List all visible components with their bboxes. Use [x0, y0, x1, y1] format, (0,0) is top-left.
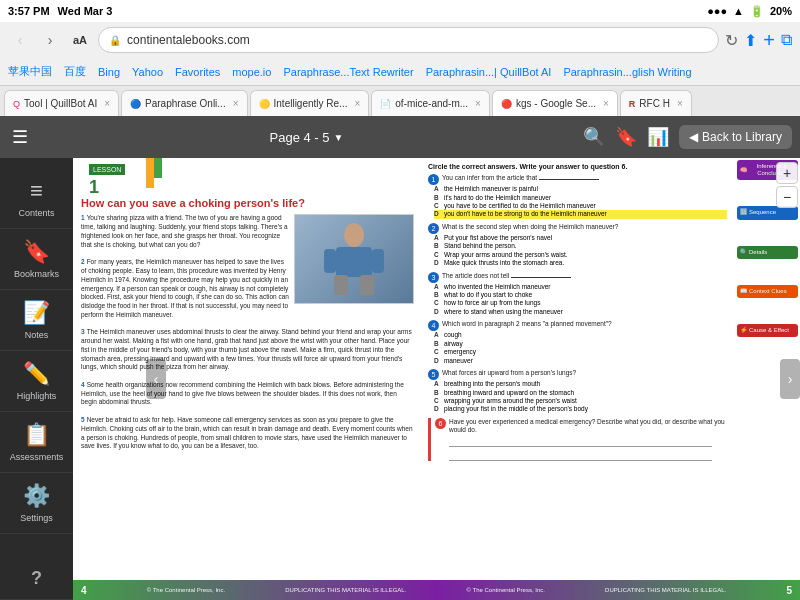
sidebar-item-assessments[interactable]: 📋 Assessments	[0, 412, 73, 473]
close-icon[interactable]: ×	[677, 98, 683, 109]
green-tab	[154, 158, 162, 178]
cause-icon: ⚡	[740, 327, 747, 334]
cat-spacer-2	[737, 222, 798, 244]
tabs-row: Q Tool | QuillBot AI × 🔵 Paraphrase Onli…	[0, 86, 800, 116]
svg-rect-1	[336, 247, 372, 277]
question-4: 4 Which word in paragraph 2 means "a pla…	[428, 320, 727, 365]
zoom-out-button[interactable]: −	[776, 186, 798, 208]
cause-label: Cause & Effect	[749, 327, 789, 334]
text-size-button[interactable]: aA	[68, 32, 92, 48]
q1-opt-a: Athe Heimlich maneuver is painful	[434, 185, 727, 193]
duplicating-left: DUPLICATING THIS MATERIAL IS ILLEGAL.	[285, 587, 406, 593]
sidebar-notes-label: Notes	[25, 330, 49, 340]
menu-button[interactable]: ☰	[8, 122, 32, 152]
q6-num: 6	[435, 418, 446, 429]
bookmark-writing[interactable]: Paraphrasin...glish Writing	[563, 66, 691, 78]
tab-quillbot[interactable]: Q Tool | QuillBot AI ×	[4, 90, 119, 116]
q6-answer-line-1	[449, 439, 712, 447]
q2-text: What is the second step when doing the H…	[442, 223, 618, 231]
sidebar-item-bookmarks[interactable]: 🔖 Bookmarks	[0, 229, 73, 290]
address-bar[interactable]: 🔒 continentalebooks.com	[98, 27, 719, 53]
question-5: 5 What forces air upward from a person's…	[428, 369, 727, 414]
next-page-button[interactable]: ›	[780, 359, 800, 399]
chart-icon[interactable]: 📊	[645, 124, 671, 150]
share-button[interactable]: ⬆	[744, 31, 757, 50]
sidebar-item-settings[interactable]: ⚙️ Settings	[0, 473, 73, 534]
sidebar-item-highlights[interactable]: ✏️ Highlights	[0, 351, 73, 412]
close-icon[interactable]: ×	[104, 98, 110, 109]
q3-num: 3	[428, 272, 439, 283]
bookmark-quillbot[interactable]: Paraphrasin...| QuillBot AI	[426, 66, 552, 78]
q4-opt-c: Cemergency	[434, 348, 727, 356]
bookmark-paraphrase[interactable]: Paraphrase...Text Rewriter	[283, 66, 413, 78]
copyright-right: © The Continental Press, Inc.	[467, 587, 545, 593]
close-icon[interactable]: ×	[354, 98, 360, 109]
close-icon[interactable]: ×	[475, 98, 481, 109]
chevron-down-icon[interactable]: ▼	[334, 132, 344, 143]
svg-rect-3	[372, 249, 384, 273]
close-icon[interactable]: ×	[233, 98, 239, 109]
q4-opt-a: Acough	[434, 331, 727, 339]
q4-opt-d: Dmaneuver	[434, 357, 727, 365]
sidebar-assessments-label: Assessments	[10, 452, 64, 462]
bookmark-mope[interactable]: mope.io	[232, 66, 271, 78]
forward-button[interactable]: ›	[38, 28, 62, 52]
sidebar-item-help[interactable]: ?	[0, 558, 73, 600]
tabs-button[interactable]: ⧉	[781, 31, 792, 49]
tab-rfc[interactable]: R RFC H ×	[620, 90, 692, 116]
bookmark-yahoo[interactable]: Yahoo	[132, 66, 163, 78]
battery-level: 20%	[770, 5, 792, 17]
page-num-right: 5	[786, 585, 792, 596]
reload-button[interactable]: ↻	[725, 31, 738, 50]
q1-opt-b: Bit's hard to do the Heimlich maneuver	[434, 194, 727, 202]
tab-kgs[interactable]: 🔴 kgs - Google Se... ×	[492, 90, 618, 116]
settings-icon: ⚙️	[23, 483, 50, 509]
contents-icon: ≡	[30, 178, 43, 204]
q3-opt-c: Chow to force air up from the lungs	[434, 299, 727, 307]
app-toolbar: ☰ Page 4 - 5 ▼ 🔍 🔖 📊 ◀ Back to Library	[0, 116, 800, 158]
browser-nav: ‹ › aA 🔒 continentalebooks.com ↻ ⬆ + ⧉	[0, 22, 800, 58]
prev-page-button[interactable]: ‹	[146, 359, 166, 399]
tab-paraphrase[interactable]: 🔵 Paraphrase Onli... ×	[121, 90, 247, 116]
q5-num: 5	[428, 369, 439, 380]
tab-intelligently[interactable]: 🟡 Intelligently Re... ×	[250, 90, 370, 116]
notes-icon: 📝	[23, 300, 50, 326]
back-button[interactable]: ‹	[8, 28, 32, 52]
bookmark-favorites[interactable]: Favorites	[175, 66, 220, 78]
bookmark-baidu[interactable]: 百度	[64, 64, 86, 79]
bookmark-icon[interactable]: 🔖	[613, 124, 639, 150]
zoom-in-button[interactable]: +	[776, 162, 798, 184]
q4-opt-b: Bairway	[434, 340, 727, 348]
context-icon: 📖	[740, 288, 747, 295]
page-content: LESSON 1 How can you save a choking pers…	[73, 158, 800, 580]
back-to-library-button[interactable]: ◀ Back to Library	[679, 125, 792, 149]
q6-text: Have you ever experienced a medical emer…	[449, 418, 727, 435]
q1-opt-d: Dyou don't have to be strong to do the H…	[434, 210, 727, 218]
bookmark-bing[interactable]: Bing	[98, 66, 120, 78]
sidebar-contents-label: Contents	[18, 208, 54, 218]
sequence-label: Sequence	[749, 209, 776, 216]
cat-spacer-3	[737, 261, 798, 283]
questions-header: Circle the correct answers. Write your a…	[428, 162, 727, 171]
sidebar-item-contents[interactable]: ≡ Contents	[0, 168, 73, 229]
lesson-number: 1	[89, 178, 414, 196]
highlights-icon: ✏️	[23, 361, 50, 387]
bookmark-apple[interactable]: 苹果中国	[8, 64, 52, 79]
lesson-image	[294, 214, 414, 304]
q5-opt-d: Dplacing your fist in the middle of the …	[434, 405, 727, 413]
q2-num: 2	[428, 223, 439, 234]
tab-mice[interactable]: 📄 of-mice-and-m... ×	[371, 90, 490, 116]
q5-opt-b: Bbreathing inward and upward on the stom…	[434, 389, 727, 397]
sidebar-item-notes[interactable]: 📝 Notes	[0, 290, 73, 351]
lesson-title: How can you save a choking person's life…	[81, 196, 414, 210]
wifi-icon: ▲	[733, 5, 744, 17]
content-area: LESSON 1 How can you save a choking pers…	[73, 158, 800, 600]
search-icon[interactable]: 🔍	[581, 124, 607, 150]
new-tab-button[interactable]: +	[763, 29, 775, 52]
tab-paraphrase-label: Paraphrase Onli...	[145, 98, 226, 109]
right-column: Circle the correct answers. Write your a…	[422, 158, 800, 580]
book-page: LESSON 1 How can you save a choking pers…	[73, 158, 800, 600]
close-icon[interactable]: ×	[603, 98, 609, 109]
cat-cause-effect: ⚡ Cause & Effect	[737, 324, 798, 337]
sequence-icon: 🔢	[740, 209, 747, 216]
